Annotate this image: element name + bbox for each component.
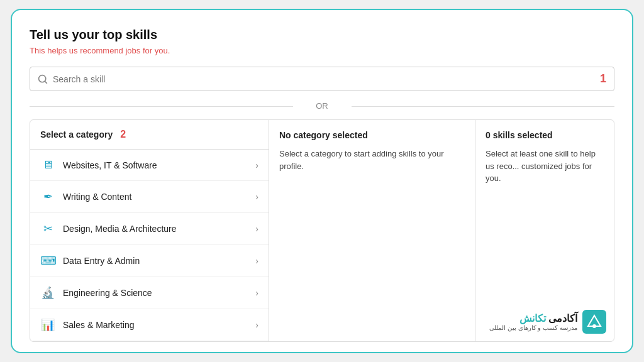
category-label-design: Design, Media & Architecture	[63, 224, 248, 234]
logo-subtext: مدرسه کسب و کارهای بین المللی	[489, 324, 577, 331]
category-item-writing[interactable]: ✒ Writing & Content ›	[30, 181, 269, 213]
chevron-right-icon: ›	[255, 288, 258, 298]
page-subtitle: This helps us recommend jobs for you.	[30, 46, 614, 55]
skills-body: Select at least one skill to help us rec…	[486, 148, 604, 185]
category-item-engineering[interactable]: 🔬 Engineering & Science ›	[30, 277, 269, 309]
websites-icon: 🖥	[40, 158, 55, 172]
page-title: Tell us your top skills	[30, 28, 614, 42]
logo-text: آکادمی تکانش مدرسه کسب و کارهای بین المل…	[489, 312, 577, 331]
category-item-design[interactable]: ✂ Design, Media & Architecture ›	[30, 213, 269, 245]
category-item-websites[interactable]: 🖥 Websites, IT & Software ›	[30, 150, 269, 181]
no-category-body: Select a category to start adding skills…	[279, 148, 465, 172]
chevron-right-icon: ›	[255, 320, 258, 330]
search-icon	[38, 74, 48, 84]
category-label-data: Data Entry & Admin	[63, 256, 248, 266]
no-category-header: No category selected	[279, 130, 465, 140]
search-bar[interactable]: 1	[30, 67, 614, 91]
chevron-right-icon: ›	[255, 256, 258, 266]
chevron-right-icon: ›	[255, 192, 258, 202]
category-column: Select a category 2 🖥 Websites, IT & Sof…	[30, 120, 269, 341]
mid-column: No category selected Select a category t…	[269, 120, 475, 341]
main-card: Tell us your top skills This helps us re…	[11, 9, 633, 353]
step1-badge: 1	[600, 72, 606, 85]
logo-icon	[582, 310, 606, 334]
logo-watermark: آکادمی تکانش مدرسه کسب و کارهای بین المل…	[489, 310, 606, 334]
chevron-right-icon: ›	[255, 224, 258, 234]
svg-point-3	[592, 324, 596, 328]
svg-line-1	[45, 81, 47, 83]
engineering-icon: 🔬	[40, 286, 55, 300]
logo-name: آکادمی تکانش	[489, 312, 577, 324]
category-item-data[interactable]: ⌨ Data Entry & Admin ›	[30, 245, 269, 277]
category-label-writing: Writing & Content	[63, 192, 248, 202]
data-icon: ⌨	[40, 254, 55, 268]
category-label-websites: Websites, IT & Software	[63, 160, 248, 170]
columns-container: Select a category 2 🖥 Websites, IT & Sof…	[30, 119, 614, 342]
step2-badge: 2	[120, 129, 126, 140]
or-divider: OR	[30, 101, 614, 111]
search-input[interactable]	[53, 74, 596, 84]
category-column-header: Select a category 2	[30, 120, 269, 150]
writing-icon: ✒	[40, 190, 55, 204]
sales-icon: 📊	[40, 318, 55, 332]
category-item-sales[interactable]: 📊 Sales & Marketing ›	[30, 309, 269, 341]
category-label-engineering: Engineering & Science	[63, 288, 248, 298]
skills-column: 0 skills selected Select at least one sk…	[475, 120, 614, 341]
category-label-sales: Sales & Marketing	[63, 320, 248, 330]
chevron-right-icon: ›	[255, 160, 258, 170]
design-icon: ✂	[40, 222, 55, 236]
skills-header: 0 skills selected	[486, 130, 604, 140]
